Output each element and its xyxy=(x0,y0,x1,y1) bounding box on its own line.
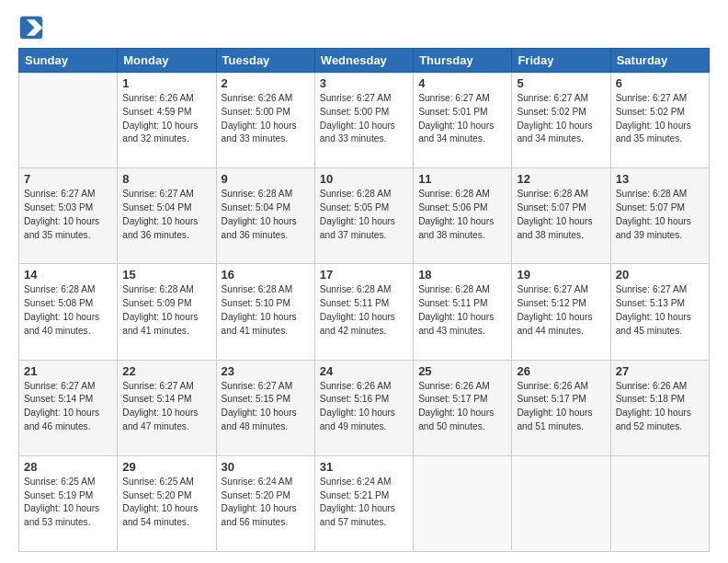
calendar-cell xyxy=(512,455,610,551)
calendar-cell: 17Sunrise: 6:28 AM Sunset: 5:11 PM Dayli… xyxy=(314,264,413,360)
day-number: 25 xyxy=(418,364,506,378)
calendar-cell: 1Sunrise: 6:26 AM Sunset: 4:59 PM Daylig… xyxy=(118,73,216,168)
calendar-cell: 24Sunrise: 6:26 AM Sunset: 5:16 PM Dayli… xyxy=(314,360,413,455)
day-info: Sunrise: 6:27 AM Sunset: 5:01 PM Dayligh… xyxy=(418,92,506,146)
day-info: Sunrise: 6:27 AM Sunset: 5:14 PM Dayligh… xyxy=(122,380,210,434)
day-number: 16 xyxy=(222,268,310,282)
calendar-cell xyxy=(19,73,118,168)
day-number: 20 xyxy=(616,268,704,282)
calendar-cell: 16Sunrise: 6:28 AM Sunset: 5:10 PM Dayli… xyxy=(216,264,314,360)
calendar-cell xyxy=(414,455,512,551)
calendar-cell: 2Sunrise: 6:26 AM Sunset: 5:00 PM Daylig… xyxy=(216,73,314,168)
day-info: Sunrise: 6:24 AM Sunset: 5:20 PM Dayligh… xyxy=(222,476,310,530)
calendar-cell: 21Sunrise: 6:27 AM Sunset: 5:14 PM Dayli… xyxy=(19,360,118,455)
day-info: Sunrise: 6:26 AM Sunset: 5:00 PM Dayligh… xyxy=(222,92,310,146)
col-header-sunday: Sunday xyxy=(19,49,118,73)
calendar-cell: 5Sunrise: 6:27 AM Sunset: 5:02 PM Daylig… xyxy=(512,73,610,168)
calendar-header-row: SundayMondayTuesdayWednesdayThursdayFrid… xyxy=(19,49,710,73)
day-number: 28 xyxy=(24,460,112,474)
day-number: 7 xyxy=(24,172,112,186)
col-header-monday: Monday xyxy=(118,49,216,73)
day-number: 15 xyxy=(122,268,210,282)
col-header-saturday: Saturday xyxy=(610,49,709,73)
day-info: Sunrise: 6:26 AM Sunset: 5:17 PM Dayligh… xyxy=(418,380,506,434)
day-info: Sunrise: 6:26 AM Sunset: 5:18 PM Dayligh… xyxy=(616,380,704,434)
day-number: 24 xyxy=(320,364,408,378)
day-info: Sunrise: 6:28 AM Sunset: 5:06 PM Dayligh… xyxy=(418,188,506,242)
calendar-cell: 22Sunrise: 6:27 AM Sunset: 5:14 PM Dayli… xyxy=(118,360,216,455)
calendar-cell: 25Sunrise: 6:26 AM Sunset: 5:17 PM Dayli… xyxy=(414,360,512,455)
calendar-week-row: 21Sunrise: 6:27 AM Sunset: 5:14 PM Dayli… xyxy=(19,360,710,455)
day-info: Sunrise: 6:26 AM Sunset: 5:17 PM Dayligh… xyxy=(517,380,605,434)
day-info: Sunrise: 6:27 AM Sunset: 5:15 PM Dayligh… xyxy=(222,380,310,434)
day-number: 26 xyxy=(517,364,605,378)
day-info: Sunrise: 6:27 AM Sunset: 5:13 PM Dayligh… xyxy=(616,283,704,338)
day-info: Sunrise: 6:27 AM Sunset: 5:12 PM Dayligh… xyxy=(517,283,605,338)
calendar-cell: 15Sunrise: 6:28 AM Sunset: 5:09 PM Dayli… xyxy=(118,264,216,360)
day-number: 5 xyxy=(517,76,605,90)
calendar-cell: 23Sunrise: 6:27 AM Sunset: 5:15 PM Dayli… xyxy=(216,360,314,455)
day-number: 13 xyxy=(616,172,704,186)
calendar-cell: 12Sunrise: 6:28 AM Sunset: 5:07 PM Dayli… xyxy=(512,168,610,264)
day-info: Sunrise: 6:25 AM Sunset: 5:19 PM Dayligh… xyxy=(24,476,112,530)
day-info: Sunrise: 6:28 AM Sunset: 5:08 PM Dayligh… xyxy=(24,283,112,338)
calendar-cell: 29Sunrise: 6:25 AM Sunset: 5:20 PM Dayli… xyxy=(118,455,216,551)
day-number: 10 xyxy=(320,172,408,186)
day-number: 2 xyxy=(222,76,310,90)
header xyxy=(18,15,710,40)
day-number: 27 xyxy=(616,364,704,378)
day-info: Sunrise: 6:28 AM Sunset: 5:11 PM Dayligh… xyxy=(418,283,506,338)
day-info: Sunrise: 6:27 AM Sunset: 5:00 PM Dayligh… xyxy=(320,92,408,146)
calendar-cell: 9Sunrise: 6:28 AM Sunset: 5:04 PM Daylig… xyxy=(216,168,314,264)
calendar-cell: 26Sunrise: 6:26 AM Sunset: 5:17 PM Dayli… xyxy=(512,360,610,455)
calendar-cell: 8Sunrise: 6:27 AM Sunset: 5:04 PM Daylig… xyxy=(118,168,216,264)
logo xyxy=(18,15,48,40)
day-info: Sunrise: 6:25 AM Sunset: 5:20 PM Dayligh… xyxy=(122,476,210,530)
day-info: Sunrise: 6:27 AM Sunset: 5:03 PM Dayligh… xyxy=(24,188,112,242)
calendar-cell: 13Sunrise: 6:28 AM Sunset: 5:07 PM Dayli… xyxy=(610,168,709,264)
calendar-cell: 10Sunrise: 6:28 AM Sunset: 5:05 PM Dayli… xyxy=(314,168,413,264)
calendar-week-row: 1Sunrise: 6:26 AM Sunset: 4:59 PM Daylig… xyxy=(19,73,710,168)
day-number: 22 xyxy=(122,364,210,378)
calendar-cell: 27Sunrise: 6:26 AM Sunset: 5:18 PM Dayli… xyxy=(610,360,709,455)
day-info: Sunrise: 6:27 AM Sunset: 5:14 PM Dayligh… xyxy=(24,380,112,434)
calendar-week-row: 7Sunrise: 6:27 AM Sunset: 5:03 PM Daylig… xyxy=(19,168,710,264)
day-info: Sunrise: 6:28 AM Sunset: 5:04 PM Dayligh… xyxy=(222,188,310,242)
day-number: 21 xyxy=(24,364,112,378)
day-number: 9 xyxy=(222,172,310,186)
day-number: 12 xyxy=(517,172,605,186)
calendar-cell xyxy=(610,455,709,551)
col-header-tuesday: Tuesday xyxy=(216,49,314,73)
calendar-cell: 11Sunrise: 6:28 AM Sunset: 5:06 PM Dayli… xyxy=(414,168,512,264)
day-number: 18 xyxy=(418,268,506,282)
day-number: 6 xyxy=(616,76,704,90)
day-info: Sunrise: 6:28 AM Sunset: 5:07 PM Dayligh… xyxy=(616,188,704,242)
col-header-thursday: Thursday xyxy=(414,49,512,73)
calendar-cell: 7Sunrise: 6:27 AM Sunset: 5:03 PM Daylig… xyxy=(19,168,118,264)
calendar-cell: 3Sunrise: 6:27 AM Sunset: 5:00 PM Daylig… xyxy=(314,73,413,168)
day-number: 4 xyxy=(418,76,506,90)
calendar-cell: 31Sunrise: 6:24 AM Sunset: 5:21 PM Dayli… xyxy=(314,455,413,551)
day-info: Sunrise: 6:26 AM Sunset: 5:16 PM Dayligh… xyxy=(320,380,408,434)
day-info: Sunrise: 6:28 AM Sunset: 5:11 PM Dayligh… xyxy=(320,283,408,338)
calendar-cell: 18Sunrise: 6:28 AM Sunset: 5:11 PM Dayli… xyxy=(414,264,512,360)
calendar-cell: 30Sunrise: 6:24 AM Sunset: 5:20 PM Dayli… xyxy=(216,455,314,551)
day-number: 1 xyxy=(122,76,210,90)
col-header-wednesday: Wednesday xyxy=(314,49,413,73)
day-number: 3 xyxy=(320,76,408,90)
calendar-cell: 28Sunrise: 6:25 AM Sunset: 5:19 PM Dayli… xyxy=(19,455,118,551)
day-number: 8 xyxy=(122,172,210,186)
calendar-week-row: 28Sunrise: 6:25 AM Sunset: 5:19 PM Dayli… xyxy=(19,455,710,551)
calendar-cell: 20Sunrise: 6:27 AM Sunset: 5:13 PM Dayli… xyxy=(610,264,709,360)
day-number: 30 xyxy=(222,460,310,474)
col-header-friday: Friday xyxy=(512,49,610,73)
day-info: Sunrise: 6:28 AM Sunset: 5:07 PM Dayligh… xyxy=(517,188,605,242)
day-number: 23 xyxy=(222,364,310,378)
day-number: 19 xyxy=(517,268,605,282)
day-info: Sunrise: 6:27 AM Sunset: 5:02 PM Dayligh… xyxy=(517,92,605,146)
day-number: 31 xyxy=(320,460,408,474)
day-info: Sunrise: 6:28 AM Sunset: 5:05 PM Dayligh… xyxy=(320,188,408,242)
day-info: Sunrise: 6:24 AM Sunset: 5:21 PM Dayligh… xyxy=(320,476,408,530)
day-info: Sunrise: 6:26 AM Sunset: 4:59 PM Dayligh… xyxy=(122,92,210,146)
day-info: Sunrise: 6:27 AM Sunset: 5:02 PM Dayligh… xyxy=(616,92,704,146)
